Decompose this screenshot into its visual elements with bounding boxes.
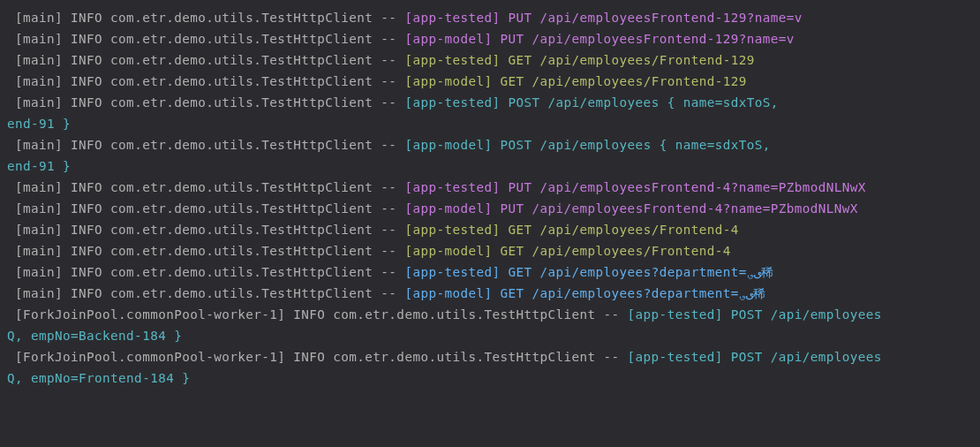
app-label: [app-model] (404, 32, 492, 46)
http-path: /api/employees (548, 95, 660, 110)
log-line-continuation: Q, empNo=Frontend-184 } (7, 371, 190, 385)
log-prefix: [main] INFO com.etr.demo.utils.TestHttpC… (7, 201, 404, 216)
http-path: /api/employeesFrontend-129?name=v (540, 11, 803, 25)
http-method: GET (500, 223, 539, 237)
log-line: [main] INFO com.etr.demo.utils.TestHttpC… (7, 265, 774, 279)
log-line: [main] INFO com.etr.demo.utils.TestHttpC… (7, 201, 858, 216)
log-prefix: [main] INFO com.etr.demo.utils.TestHttpC… (7, 32, 404, 46)
app-label: [app-tested] (404, 11, 500, 25)
http-method: PUT (492, 32, 531, 46)
log-prefix: [main] INFO com.etr.demo.utils.TestHttpC… (7, 223, 404, 237)
http-method: PUT (492, 201, 531, 216)
http-method: PUT (500, 180, 539, 194)
http-path: /api/employees/Frontend-129 (540, 53, 755, 67)
log-prefix: [main] INFO com.etr.demo.utils.TestHttpC… (7, 74, 404, 88)
http-method: GET (500, 53, 539, 67)
http-method: PUT (500, 11, 539, 25)
app-label: [app-tested] (404, 53, 500, 67)
http-path: /api/employees (771, 350, 882, 364)
app-label: [app-tested] (404, 265, 500, 279)
log-line: [main] INFO com.etr.demo.utils.TestHttpC… (7, 74, 747, 88)
http-method: POST (500, 95, 547, 110)
http-method: POST (492, 138, 539, 152)
http-body: { name=sdxToS, (660, 95, 779, 110)
log-line: [main] INFO com.etr.demo.utils.TestHttpC… (7, 223, 739, 237)
http-path: /api/employees?department=ى؈稀 (532, 286, 766, 300)
log-prefix: [ForkJoinPool.commonPool-worker-1] INFO … (7, 350, 628, 364)
log-prefix: [main] INFO com.etr.demo.utils.TestHttpC… (7, 244, 404, 258)
http-method: POST (723, 307, 771, 322)
log-prefix: [main] INFO com.etr.demo.utils.TestHttpC… (7, 95, 404, 110)
log-line: [main] INFO com.etr.demo.utils.TestHttpC… (7, 138, 771, 152)
app-label: [app-tested] (404, 95, 500, 110)
log-prefix: [main] INFO com.etr.demo.utils.TestHttpC… (7, 286, 404, 300)
http-path: /api/employees/Frontend-129 (532, 74, 747, 88)
app-label: [app-tested] (628, 350, 723, 364)
http-path: /api/employeesFrontend-129?name=v (532, 32, 795, 46)
log-line: [main] INFO com.etr.demo.utils.TestHttpC… (7, 180, 866, 194)
http-path: /api/employees/Frontend-4 (532, 244, 731, 258)
http-method: GET (492, 286, 531, 300)
http-method: GET (500, 265, 539, 279)
http-path: /api/employees (540, 138, 652, 152)
log-line-continuation: end-91 } (7, 159, 71, 173)
log-prefix: [main] INFO com.etr.demo.utils.TestHttpC… (7, 265, 404, 279)
app-label: [app-model] (404, 138, 492, 152)
log-prefix: [main] INFO com.etr.demo.utils.TestHttpC… (7, 11, 404, 25)
log-line: [ForkJoinPool.commonPool-worker-1] INFO … (7, 307, 890, 322)
log-line: [main] INFO com.etr.demo.utils.TestHttpC… (7, 32, 795, 46)
app-label: [app-model] (404, 74, 492, 88)
log-prefix: [main] INFO com.etr.demo.utils.TestHttpC… (7, 53, 404, 67)
log-line: [main] INFO com.etr.demo.utils.TestHttpC… (7, 244, 731, 258)
app-label: [app-tested] (404, 223, 500, 237)
http-path: /api/employees?department=ى؈稀 (540, 265, 774, 279)
http-body (882, 350, 890, 364)
http-method: GET (492, 74, 531, 88)
app-label: [app-model] (404, 286, 492, 300)
http-body: { name=sdxToS, (652, 138, 771, 152)
app-label: [app-tested] (628, 307, 723, 322)
http-path: /api/employees/Frontend-4 (540, 223, 739, 237)
log-prefix: [ForkJoinPool.commonPool-worker-1] INFO … (7, 307, 628, 322)
log-output: [main] INFO com.etr.demo.utils.TestHttpC… (0, 0, 980, 396)
log-line-continuation: end-91 } (7, 117, 71, 131)
log-line: [main] INFO com.etr.demo.utils.TestHttpC… (7, 53, 755, 67)
log-prefix: [main] INFO com.etr.demo.utils.TestHttpC… (7, 138, 404, 152)
log-prefix: [main] INFO com.etr.demo.utils.TestHttpC… (7, 180, 404, 194)
http-body (882, 307, 890, 322)
log-line: [ForkJoinPool.commonPool-worker-1] INFO … (7, 350, 890, 364)
app-label: [app-model] (404, 201, 492, 216)
http-method: POST (723, 350, 771, 364)
http-path: /api/employeesFrontend-4?name=PZbmodNLNw… (532, 201, 858, 216)
http-method: GET (492, 244, 531, 258)
http-path: /api/employees (771, 307, 882, 322)
http-path: /api/employeesFrontend-4?name=PZbmodNLNw… (540, 180, 866, 194)
log-line: [main] INFO com.etr.demo.utils.TestHttpC… (7, 286, 766, 300)
log-line: [main] INFO com.etr.demo.utils.TestHttpC… (7, 95, 779, 110)
app-label: [app-model] (404, 244, 492, 258)
log-line-continuation: Q, empNo=Backend-184 } (7, 329, 182, 343)
log-line: [main] INFO com.etr.demo.utils.TestHttpC… (7, 11, 803, 25)
app-label: [app-tested] (404, 180, 500, 194)
